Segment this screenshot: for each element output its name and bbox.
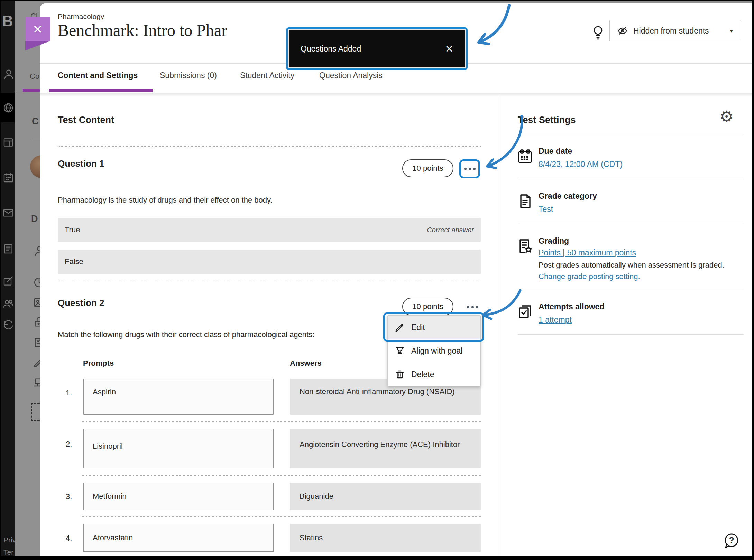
question-1-text: Pharmacology is the study of drugs and t… — [58, 196, 272, 205]
attempts-clipboard-check-icon — [517, 304, 533, 320]
prompt-value: Aspirin — [93, 388, 116, 396]
max-points-link[interactable]: 50 maximum points — [567, 248, 636, 257]
test-settings-heading: Test Settings — [518, 115, 576, 125]
answers-column-header: Answers — [290, 359, 322, 368]
row-separator — [82, 516, 481, 517]
prompt-input[interactable]: Metformin — [83, 483, 274, 510]
tab-question-analysis[interactable]: Question Analysis — [319, 71, 383, 80]
ellipsis-icon — [464, 168, 476, 170]
prompt-value: Atorvastatin — [93, 533, 133, 542]
visibility-dropdown[interactable]: Hidden from students ▾ — [609, 20, 741, 41]
attempts-link[interactable]: 1 attempt — [539, 315, 572, 325]
answer-value: Statins — [300, 531, 323, 545]
question-1-points-pill[interactable]: 10 points — [402, 159, 453, 177]
edit-highlight-callout — [383, 312, 484, 342]
question-1-more-options-button[interactable] — [459, 159, 480, 178]
help-button[interactable]: ? — [722, 532, 741, 551]
sign-out-icon — [3, 319, 14, 330]
grades-icon — [3, 243, 14, 254]
grading-label: Grading — [539, 236, 569, 246]
prompt-input[interactable]: Atorvastatin — [83, 524, 274, 552]
grading-document-star-icon — [517, 238, 533, 254]
menu-item-delete[interactable]: Delete — [388, 363, 480, 386]
calendar-icon — [3, 172, 14, 183]
base-navigation-rail: B Priv Ter — [1, 1, 15, 556]
prompt-value: Lisinopril — [93, 442, 123, 451]
lightbulb-icon[interactable] — [591, 25, 605, 40]
due-date-link[interactable]: 8/4/23, 12:00 AM (CDT) — [539, 160, 623, 169]
goal-icon — [395, 346, 405, 356]
chevron-down-icon: ▾ — [730, 27, 733, 35]
prompt-value: Metformin — [93, 492, 127, 501]
toast-close-icon[interactable]: × — [445, 42, 453, 55]
active-tab-underline — [49, 89, 153, 92]
prompt-input[interactable]: Lisinopril — [83, 429, 274, 468]
pages-icon — [3, 137, 14, 148]
profile-icon — [3, 68, 14, 80]
row-number: 1. — [66, 389, 78, 398]
tab-student-activity[interactable]: Student Activity — [240, 71, 294, 80]
settings-divider — [518, 224, 744, 224]
ellipsis-icon — [462, 302, 483, 312]
question-2-heading: Question 2 — [58, 298, 104, 308]
messages-icon — [3, 207, 14, 218]
terms-link-fragment: Ter — [3, 548, 13, 557]
page-heading-fragment: C — [32, 116, 39, 127]
answer-option-true: True Correct answer — [58, 218, 481, 242]
menu-item-label: Align with goal — [411, 346, 462, 356]
tabs-shadow — [40, 93, 752, 96]
roster-icon — [3, 298, 14, 309]
toast-notification: Questions Added × — [289, 30, 465, 67]
answer-value: Biguanide — [300, 489, 333, 503]
grading-points-link[interactable]: Points | 50 maximum points — [539, 248, 636, 258]
page-tab-fragment: Co — [30, 72, 39, 81]
question-1-heading: Question 1 — [58, 158, 104, 169]
toast-highlight-callout: Questions Added × — [286, 27, 468, 70]
answer-option-false: False — [58, 250, 481, 274]
page-divider-fragment — [33, 141, 40, 141]
grade-category-label: Grade category — [539, 192, 597, 201]
attempts-allowed-label: Attempts allowed — [539, 302, 604, 311]
settings-divider — [518, 179, 744, 179]
compose-icon — [3, 276, 14, 287]
calendar-icon — [517, 148, 533, 165]
row-number: 3. — [66, 492, 78, 501]
question-2-text: Match the following drugs with their cor… — [58, 330, 314, 339]
settings-divider — [518, 134, 744, 134]
panel-close-button[interactable]: × — [25, 17, 50, 41]
close-icon: × — [33, 21, 43, 37]
toast-message: Questions Added — [301, 44, 361, 54]
menu-item-label: Delete — [411, 370, 434, 379]
eye-slash-icon — [617, 26, 628, 36]
screenshot-frame: B Priv Ter Cl Co C D — [0, 0, 754, 560]
page-title: Benchmark: Intro to Phar — [58, 21, 227, 40]
answer-value: Angiotensin Converting Enzyme (ACE) Inhi… — [300, 438, 460, 451]
column-divider — [499, 94, 499, 556]
row-separator — [82, 421, 481, 422]
points-link[interactable]: Points — [539, 248, 561, 257]
menu-item-align-with-goal[interactable]: Align with goal — [388, 339, 480, 363]
grade-category-link[interactable]: Test — [539, 205, 553, 214]
note-text: Post grades automatically when assessmen… — [539, 261, 724, 269]
trash-icon — [395, 369, 405, 380]
tab-content-and-settings[interactable]: Content and Settings — [58, 71, 138, 80]
privacy-link-fragment: Priv — [3, 536, 16, 544]
separator — [58, 146, 481, 147]
prompts-column-header: Prompts — [83, 359, 114, 368]
test-content-heading: Test Content — [58, 115, 114, 125]
answer-cell: Biguanide — [290, 483, 481, 510]
gear-icon[interactable]: ⚙ — [719, 109, 734, 124]
details-heading-fragment: D — [31, 214, 38, 224]
tab-submissions[interactable]: Submissions (0) — [160, 71, 217, 80]
page-divider-fragment — [14, 93, 40, 93]
row-number: 2. — [66, 440, 78, 449]
correct-answer-note: Correct answer — [427, 226, 474, 234]
question-2-more-options-button[interactable] — [462, 302, 483, 312]
change-grade-posting-link[interactable]: Change grade posting setting. — [539, 272, 640, 281]
visibility-label: Hidden from students — [633, 26, 724, 36]
row-number: 4. — [66, 534, 78, 543]
answer-label: True — [65, 225, 80, 234]
globe-icon — [3, 102, 14, 113]
prompt-input[interactable]: Aspirin — [83, 379, 274, 415]
settings-divider — [518, 290, 744, 290]
